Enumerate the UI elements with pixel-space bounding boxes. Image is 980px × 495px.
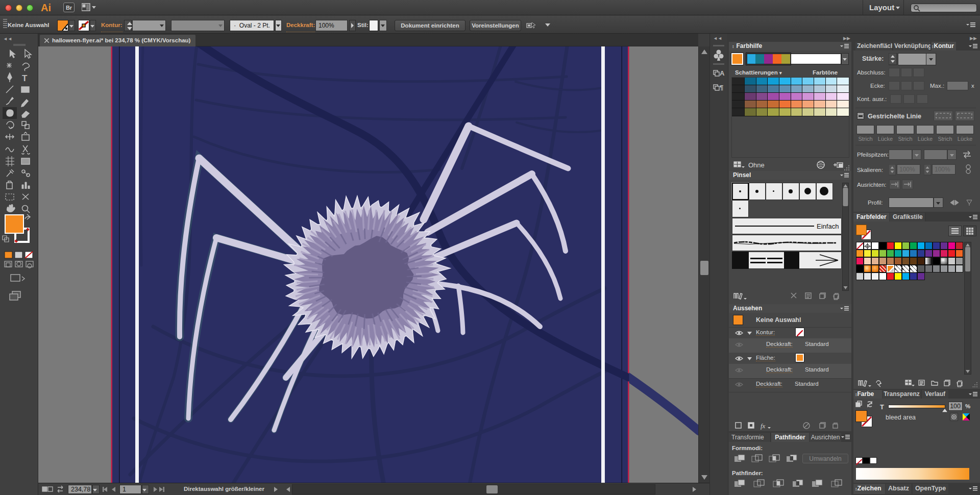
svg-text:¶: ¶ <box>720 84 723 91</box>
svg-text:A: A <box>720 69 725 77</box>
svg-text:fx: fx <box>761 422 766 430</box>
svg-text:◄◄: ◄◄ <box>713 36 722 41</box>
svg-text:◄◄: ◄◄ <box>3 36 12 41</box>
svg-text:T: T <box>22 73 28 83</box>
